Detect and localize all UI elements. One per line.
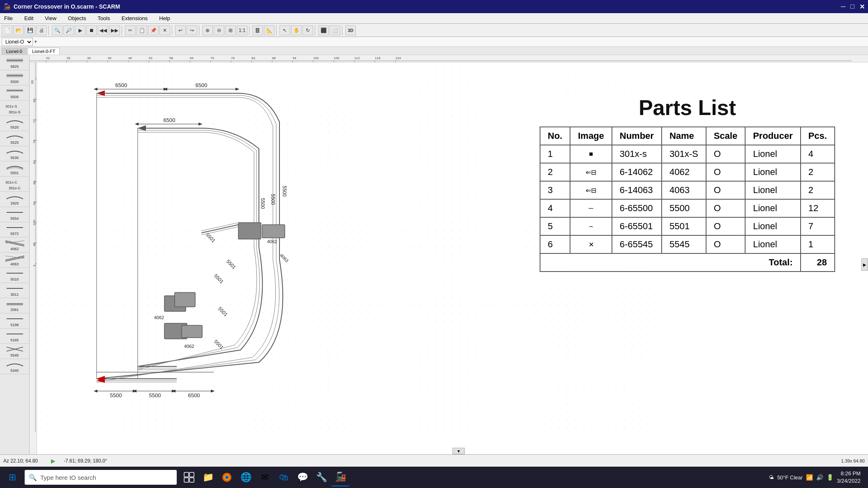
prev-button[interactable]: ◀◀ bbox=[98, 25, 108, 35]
cell-scale-5: O bbox=[706, 235, 746, 253]
title-bar: 🚂 Corner Crossover in O.scarm - SCARM ─ … bbox=[0, 0, 868, 13]
parts-row-2: 3 ⇐⊟ 6-14063 4063 O Lionel 2 bbox=[540, 181, 835, 199]
part-2061[interactable]: 2061 bbox=[0, 298, 29, 313]
store-button[interactable]: 🛍 bbox=[275, 468, 293, 486]
part-5520[interactable]: 5520 bbox=[0, 116, 29, 131]
cell-number-4: 6-65501 bbox=[612, 217, 662, 235]
col-scale: Scale bbox=[706, 127, 746, 145]
app-icon: 🚂 bbox=[3, 3, 10, 10]
part-5554[interactable]: 5554 bbox=[0, 207, 29, 222]
tab-lionel0ft-label: Lionel-0-FT bbox=[32, 49, 55, 54]
rotate-button[interactable]: ↻ bbox=[302, 25, 313, 35]
part-5505[interactable]: 5505 bbox=[0, 85, 29, 101]
parts-row-1: 2 ⇐⊟ 6-14062 4062 O Lionel 2 bbox=[540, 163, 835, 181]
move-button[interactable]: ✋ bbox=[291, 25, 302, 35]
part-5198[interactable]: 5198 bbox=[0, 313, 29, 329]
3d-button[interactable]: 3D bbox=[345, 25, 356, 35]
close-button[interactable]: ✕ bbox=[859, 3, 865, 11]
menu-extensions[interactable]: Extensions bbox=[119, 14, 150, 22]
tab-lionel0ft[interactable]: Lionel-0-FT bbox=[28, 48, 60, 55]
open-button[interactable]: 📂 bbox=[13, 25, 24, 35]
cut-button[interactable]: ✂ bbox=[125, 25, 136, 35]
redo-button[interactable]: ↪ bbox=[187, 25, 197, 35]
svg-text:60: 60 bbox=[30, 80, 34, 84]
save-button[interactable]: 💾 bbox=[25, 25, 35, 35]
stop-button[interactable]: ⏹ bbox=[86, 25, 97, 35]
part-5530[interactable]: 5530 bbox=[0, 146, 29, 161]
col-image: Image bbox=[570, 127, 612, 145]
cell-no-4: 5 bbox=[540, 217, 570, 235]
part-5165[interactable]: 5165 bbox=[0, 329, 29, 344]
new-button[interactable]: 📄 bbox=[2, 25, 12, 35]
next-button[interactable]: ▶▶ bbox=[109, 25, 120, 35]
part-3011[interactable]: 3011 bbox=[0, 283, 29, 298]
grade-button[interactable]: 📐 bbox=[264, 25, 275, 35]
group-button[interactable]: ⬛ bbox=[318, 25, 329, 35]
app1-button[interactable]: 🔧 bbox=[312, 468, 330, 486]
taskbar-search[interactable]: 🔍 Type here tO search bbox=[25, 470, 177, 485]
part-5340[interactable]: 5340 bbox=[0, 359, 29, 374]
part-5500[interactable]: 5500 bbox=[0, 70, 29, 85]
zoom-out-button[interactable]: 🔎 bbox=[63, 25, 74, 35]
paste-button[interactable]: 📌 bbox=[148, 25, 159, 35]
part-5525[interactable]: 5525 bbox=[0, 131, 29, 146]
menu-file[interactable]: File bbox=[2, 14, 15, 22]
zoom-100-button[interactable]: 1:1 bbox=[237, 25, 247, 35]
part-4063[interactable]: 4063 bbox=[0, 253, 29, 268]
scroll-right-button[interactable]: ▶ bbox=[861, 258, 868, 271]
library-selector[interactable]: Lionel-O bbox=[2, 38, 33, 46]
cell-producer-4: Lionel bbox=[745, 217, 801, 235]
zoom-in-button[interactable]: 🔍 bbox=[52, 25, 62, 35]
part-5501[interactable]: 5501 bbox=[0, 161, 29, 177]
cell-producer-5: Lionel bbox=[745, 235, 801, 253]
mail-button[interactable]: ✉ bbox=[256, 468, 274, 486]
scarm-button[interactable]: 🚂 bbox=[331, 468, 349, 486]
ungroup-button[interactable]: ⬜ bbox=[330, 25, 340, 35]
drawing-canvas[interactable]: 6500 6500 6500 bbox=[37, 62, 868, 454]
start-button[interactable]: ⊞ bbox=[3, 468, 21, 486]
copy-button[interactable]: 📋 bbox=[136, 25, 147, 35]
part-5825[interactable]: 5825 bbox=[0, 55, 29, 70]
dim-5500-right1: 5500 bbox=[282, 186, 287, 197]
delete-button[interactable]: ✕ bbox=[159, 25, 170, 35]
minimize-button[interactable]: ─ bbox=[841, 3, 845, 11]
firefox-button[interactable] bbox=[218, 468, 236, 486]
undo-button[interactable]: ↩ bbox=[175, 25, 186, 35]
toolbar: 📄 📂 💾 🖨 🔍 🔎 ▶ ⏹ ◀◀ ▶▶ ✂ 📋 📌 ✕ ↩ ↪ ⊕ ⊖ ⊞ … bbox=[0, 24, 868, 37]
taskview-button[interactable] bbox=[180, 468, 198, 486]
file-explorer-button[interactable]: 📁 bbox=[199, 468, 217, 486]
maximize-button[interactable]: □ bbox=[850, 3, 854, 11]
part-5545[interactable]: 5545 bbox=[0, 344, 29, 359]
part-301xc[interactable]: 301x-C 301x-C bbox=[0, 177, 29, 192]
part-5010[interactable]: 5010 bbox=[0, 268, 29, 283]
taskbar-clock[interactable]: 8:26 PM 3/24/2022 bbox=[837, 470, 865, 485]
zoom-fit-button[interactable]: ⊕ bbox=[202, 25, 213, 35]
part-301xs[interactable]: 301x-S 301x-S bbox=[0, 101, 29, 116]
zoom-sel-button[interactable]: ⊖ bbox=[214, 25, 224, 35]
scroll-bottom-button[interactable]: ▼ bbox=[452, 448, 465, 454]
part-2925[interactable]: 2925 bbox=[0, 192, 29, 207]
part-4062[interactable]: 4062 bbox=[0, 237, 29, 253]
part-5505-icon bbox=[2, 87, 27, 95]
part-5554-icon bbox=[2, 208, 27, 216]
messaging-button[interactable]: 💬 bbox=[293, 468, 312, 486]
browser-button[interactable]: 🌐 bbox=[237, 468, 255, 486]
menu-help[interactable]: Help bbox=[157, 14, 173, 22]
menu-objects[interactable]: Objects bbox=[65, 14, 88, 22]
play-button[interactable]: ▶ bbox=[75, 25, 85, 35]
menu-tools[interactable]: Tools bbox=[95, 14, 112, 22]
menu-edit[interactable]: Edit bbox=[22, 14, 36, 22]
select-button[interactable]: ↖ bbox=[279, 25, 290, 35]
parts-sidebar: 5825 5500 5505 301x-S 301x-S 5520 bbox=[0, 55, 30, 454]
part-5572[interactable]: 5572 bbox=[0, 222, 29, 237]
print-button[interactable]: 🖨 bbox=[36, 25, 47, 35]
cell-scale-4: O bbox=[706, 217, 746, 235]
track-button[interactable]: 🛤 bbox=[252, 25, 263, 35]
tab-lionel0[interactable]: Lionel-0 bbox=[2, 48, 27, 55]
zoom-page-button[interactable]: ⊞ bbox=[225, 25, 236, 35]
menu-view[interactable]: View bbox=[42, 14, 59, 22]
total-label: Total: bbox=[540, 253, 801, 272]
switch-body-lower bbox=[175, 292, 195, 307]
svg-text:82: 82 bbox=[252, 56, 255, 60]
svg-text:94: 94 bbox=[32, 201, 36, 205]
